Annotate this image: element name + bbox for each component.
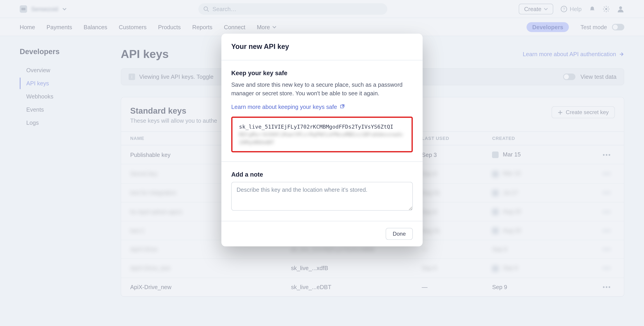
sidebar-item-logs[interactable]: Logs (20, 117, 110, 128)
view-test-data-toggle[interactable]: View test data (563, 74, 616, 80)
table-row: ApiX-Drive_newsk_live_...eDBT—Sep 9••• (121, 278, 624, 296)
row-actions[interactable]: ••• (594, 202, 624, 221)
cell-last-used: Aug 31 (413, 183, 483, 202)
create-button[interactable]: Create (519, 4, 553, 14)
test-mode-label: Test mode (580, 24, 607, 30)
cell-name: ApiX-Drive_new (121, 278, 282, 296)
keep-safe-heading: Keep your key safe (231, 70, 413, 76)
create-secret-key-button[interactable]: Create secret key (552, 106, 615, 118)
nav-more[interactable]: More (257, 24, 276, 30)
svg-line-2 (208, 10, 208, 11)
row-actions[interactable]: ••• (594, 183, 624, 202)
cell-last-used: Sep 3 (413, 145, 483, 164)
nav-reports[interactable]: Reports (192, 24, 212, 30)
help-button[interactable]: ? Help (561, 6, 582, 12)
chevron-down-icon (62, 6, 67, 11)
cell-last-used: — (413, 278, 483, 296)
chevron-down-icon (544, 7, 548, 11)
sidebar-item-events[interactable]: Events (20, 104, 110, 116)
test-mode-toggle[interactable]: Test mode (580, 24, 624, 30)
row-actions[interactable]: ••• (594, 164, 624, 183)
keep-safe-link[interactable]: Learn more about keeping your keys safe (231, 104, 344, 110)
cell-token[interactable]: sk_live_...xdfB (282, 259, 412, 278)
nav-home[interactable]: Home (20, 24, 35, 30)
cell-name: ApiX-Drive_test (121, 259, 282, 278)
th-last-used: LAST USED (413, 132, 483, 145)
dev-sidebar: Developers OverviewAPI keysWebhooksEvent… (20, 48, 110, 297)
svg-text:i: i (131, 74, 132, 79)
toggle-switch[interactable] (563, 74, 576, 80)
keep-safe-link-text: Learn more about keeping your keys safe (231, 104, 337, 110)
note-textarea[interactable] (231, 182, 413, 211)
cell-last-used: Sep 9 (413, 259, 483, 278)
search-placeholder: Search… (212, 6, 236, 12)
add-note-heading: Add a note (231, 171, 413, 178)
sidebar-item-webhooks[interactable]: Webhooks (20, 91, 110, 102)
create-label: Create (524, 6, 542, 12)
nav-payments[interactable]: Payments (47, 24, 72, 30)
search-input[interactable]: Search… (198, 3, 388, 15)
gear-icon[interactable] (603, 6, 610, 12)
cell-created: Sep 9 (483, 240, 594, 259)
bell-icon[interactable] (589, 6, 596, 12)
sidebar-item-overview[interactable]: Overview (20, 64, 110, 76)
developers-pill[interactable]: Developers (526, 22, 569, 32)
sidebar-item-api-keys[interactable]: API keys (20, 78, 110, 89)
cell-last-used: Sep 9 (413, 202, 483, 221)
user-icon[interactable] (617, 5, 624, 13)
lock-icon (492, 265, 498, 272)
learn-more-text: Learn more about API authentication (523, 51, 616, 58)
top-bar: Sensezoid Search… Create ? Help (0, 0, 644, 18)
toggle-switch[interactable] (612, 24, 624, 30)
svg-point-5 (605, 8, 607, 10)
view-test-label: View test data (580, 74, 616, 80)
cell-created: Mar 15 (483, 164, 594, 183)
cell-created: Aug 20 (483, 202, 594, 221)
cell-created: Mar 15 (483, 145, 594, 164)
cell-token[interactable]: sk_live_...eDBT (282, 278, 412, 296)
cell-last-used: Aug 31 (413, 221, 483, 240)
row-actions[interactable]: ••• (594, 240, 624, 259)
workspace-selector[interactable]: Sensezoid (20, 5, 67, 13)
info-icon: i (128, 74, 135, 80)
row-actions[interactable]: ••• (594, 278, 624, 296)
standard-keys-subtitle: These keys will allow you to authe (130, 118, 217, 124)
lock-icon (492, 171, 498, 177)
svg-rect-9 (340, 105, 343, 108)
main-nav: Home Payments Balances Customers Product… (0, 18, 644, 36)
row-actions[interactable]: ••• (594, 221, 624, 240)
create-secret-key-label: Create secret key (566, 109, 609, 115)
nav-customers[interactable]: Customers (119, 24, 147, 30)
api-key-hidden-2: 20MyURDUdBT (239, 139, 405, 145)
svg-point-1 (204, 6, 208, 10)
page-title: API keys (121, 48, 169, 61)
lock-icon (492, 228, 498, 234)
api-key-display[interactable]: sk_live_51IVIEjFLyI702rKCMBMgodFFDs2TyIV… (231, 116, 413, 152)
new-api-key-modal: Your new API key Keep your key safe Save… (222, 34, 423, 246)
nav-balances[interactable]: Balances (84, 24, 107, 30)
workspace-name: Sensezoid (31, 6, 58, 12)
nav-connect[interactable]: Connect (224, 24, 246, 30)
api-key-hidden-1: BQlgMurJU3OHl2KaelMlzrRqPWtLkPNsuMBEzz1B… (239, 131, 405, 138)
th-created: CREATED (483, 132, 594, 145)
nav-products[interactable]: Products (158, 24, 181, 30)
cell-created: Sep 9 (483, 278, 594, 296)
learn-more-link[interactable]: Learn more about API authentication (523, 51, 624, 58)
cell-last-used: — (413, 240, 483, 259)
row-actions[interactable]: ••• (594, 145, 624, 164)
workspace-icon (20, 5, 27, 13)
cell-created: Aug 20 (483, 221, 594, 240)
standard-keys-title: Standard keys (130, 106, 217, 116)
svg-point-6 (619, 6, 622, 9)
sidebar-title: Developers (20, 48, 110, 56)
help-icon: ? (561, 6, 567, 12)
cell-created: Sep 9 (483, 259, 594, 278)
svg-text:?: ? (563, 7, 565, 11)
modal-title: Your new API key (231, 43, 413, 51)
nav-more-label: More (257, 24, 270, 30)
banner-text: Viewing live API keys. Toggle (139, 74, 214, 80)
th-actions (594, 132, 624, 145)
done-button[interactable]: Done (386, 228, 412, 240)
keep-safe-body: Save and store this new key to a secure … (231, 80, 413, 98)
row-actions[interactable]: ••• (594, 259, 624, 278)
